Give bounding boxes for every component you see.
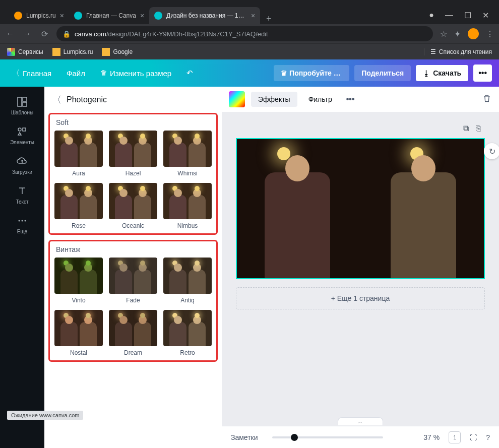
back-icon[interactable]: 〈 <box>52 94 61 106</box>
stage-light <box>277 147 290 160</box>
chevron-left-icon: 〈 <box>12 69 20 78</box>
reset-button[interactable]: ↻ <box>484 143 499 159</box>
panel-handle[interactable]: ︿ <box>222 417 499 426</box>
filter-vinto[interactable]: Vinto <box>54 258 103 304</box>
elements-icon <box>16 125 28 138</box>
url-path: /design/DAEg4rK-Y9M/Dh-0bsj12BNs7C1Y_S7f… <box>106 30 268 38</box>
close-window-icon[interactable]: ✕ <box>482 11 489 20</box>
nav-templates[interactable]: Шаблоны <box>0 91 44 120</box>
filter-rose[interactable]: Rose <box>54 183 103 229</box>
group-title: Soft <box>54 117 212 131</box>
person-figure <box>265 172 330 278</box>
nav-uploads[interactable]: Загрузки <box>0 150 44 180</box>
svg-rect-2 <box>23 102 27 106</box>
share-button[interactable]: Поделиться <box>354 65 411 81</box>
zoom-slider[interactable] <box>272 436 416 438</box>
url-input[interactable]: 🔒 canva.com/design/DAEg4rK-Y9M/Dh-0bsj12… <box>56 26 433 41</box>
file-button[interactable]: Файл <box>61 65 90 82</box>
filter-nimbus[interactable]: Nimbus <box>163 183 212 229</box>
effects-button[interactable]: Эффекты <box>251 92 297 107</box>
nav-elements[interactable]: Элементы <box>0 120 44 150</box>
help-icon[interactable]: ? <box>486 433 490 441</box>
filter-group-vintage: Винтаж Vinto Fade Antiq Nostal Dream Ret… <box>48 240 218 362</box>
filter-hazel[interactable]: Hazel <box>108 131 158 177</box>
filter-label: Vinto <box>72 297 85 304</box>
bookmark-star-icon[interactable]: ☆ <box>440 29 447 39</box>
trash-icon <box>482 93 492 103</box>
context-more-button[interactable]: ••• <box>343 95 358 104</box>
filter-dream[interactable]: Dream <box>108 310 158 356</box>
filter-thumb <box>109 183 157 219</box>
bookmark-services[interactable]: Сервисы <box>7 48 43 56</box>
profile-avatar[interactable] <box>468 28 479 39</box>
close-icon[interactable]: × <box>251 12 255 20</box>
fullscreen-icon[interactable]: ⛶ <box>470 433 477 441</box>
home-button[interactable]: 〈Главная <box>7 65 56 82</box>
bottom-bar: Заметки 37 % 1 ⛶ ? <box>222 426 499 448</box>
filter-aura[interactable]: Aura <box>54 131 103 177</box>
filter-label: Dream <box>124 349 142 356</box>
new-tab-button[interactable]: + <box>260 14 278 24</box>
add-page-button[interactable]: + Еще 1 страница <box>236 287 485 309</box>
address-bar: ← → ⟳ 🔒 canva.com/design/DAEg4rK-Y9M/Dh-… <box>0 24 499 43</box>
crown-icon: ♛ <box>100 69 107 78</box>
filter-thumb <box>54 131 103 167</box>
account-icon[interactable]: ● <box>429 11 434 20</box>
download-icon: ⭳ <box>423 69 430 77</box>
download-button[interactable]: ⭳Скачать <box>416 65 468 81</box>
url-host: canva.com <box>75 30 106 38</box>
filter-fade[interactable]: Fade <box>108 258 158 304</box>
filter-thumb <box>163 310 212 346</box>
favicon-icon <box>154 12 162 20</box>
filter-nostal[interactable]: Nostal <box>54 310 103 356</box>
more-button[interactable]: ••• <box>473 65 492 82</box>
page-count-badge[interactable]: 1 <box>449 431 461 443</box>
notes-button[interactable]: Заметки <box>231 433 258 441</box>
svg-rect-1 <box>23 97 27 101</box>
forward-icon[interactable]: → <box>22 29 32 38</box>
filter-label: Whimsi <box>177 170 197 177</box>
filter-thumb <box>109 131 157 167</box>
filter-thumb <box>163 131 212 167</box>
svg-point-5 <box>19 220 20 222</box>
filter-whimsi[interactable]: Whimsi <box>163 131 212 177</box>
close-icon[interactable]: × <box>60 12 64 20</box>
canvas-image[interactable] <box>236 138 485 279</box>
favicon-icon <box>74 12 82 20</box>
resize-button[interactable]: ♛Изменить размер <box>95 65 176 82</box>
filter-thumb <box>163 183 212 219</box>
color-picker[interactable] <box>229 91 245 107</box>
filter-oceanic[interactable]: Oceanic <box>108 183 158 229</box>
filter-label: Nimbus <box>177 222 198 229</box>
extensions-icon[interactable]: ✦ <box>454 29 461 39</box>
bookmark-google[interactable]: Google <box>102 48 133 56</box>
browser-tab-active[interactable]: Дизайн без названия — 1066 × <box>149 7 260 24</box>
lock-icon: 🔒 <box>63 30 71 38</box>
add-page-icon[interactable]: ⎘ <box>476 124 481 133</box>
tab-title: Главная — Canva <box>86 12 136 19</box>
undo-button[interactable]: ↶ <box>181 65 198 82</box>
reading-list-button[interactable]: ☰Список для чтения <box>424 48 492 55</box>
person-figure <box>391 172 456 278</box>
zoom-value[interactable]: 37 % <box>423 433 440 441</box>
filter-retro[interactable]: Retro <box>163 310 212 356</box>
filter-button[interactable]: Фильтр <box>303 92 337 107</box>
bookmark-lumpics[interactable]: Lumpics.ru <box>52 48 93 56</box>
delete-button[interactable] <box>482 93 492 105</box>
back-icon[interactable]: ← <box>5 29 15 38</box>
filter-antiq[interactable]: Antiq <box>163 258 212 304</box>
minimize-icon[interactable]: — <box>445 11 453 20</box>
nav-text[interactable]: Текст <box>0 180 44 210</box>
nav-more[interactable]: Еще <box>0 210 44 239</box>
close-icon[interactable]: × <box>140 12 144 20</box>
group-title: Винтаж <box>54 244 212 258</box>
browser-tab[interactable]: Lumpics.ru × <box>9 7 69 24</box>
try-free-button[interactable]: ♛ Попробуйте С... <box>274 65 349 81</box>
undo-icon: ↶ <box>186 69 193 78</box>
reload-icon[interactable]: ⟳ <box>39 29 49 39</box>
maximize-icon[interactable]: ☐ <box>464 11 471 20</box>
duplicate-page-icon[interactable]: ⧉ <box>463 124 469 133</box>
browser-tab[interactable]: Главная — Canva × <box>69 7 149 24</box>
menu-icon[interactable]: ⋮ <box>486 29 494 39</box>
templates-icon <box>16 96 28 108</box>
